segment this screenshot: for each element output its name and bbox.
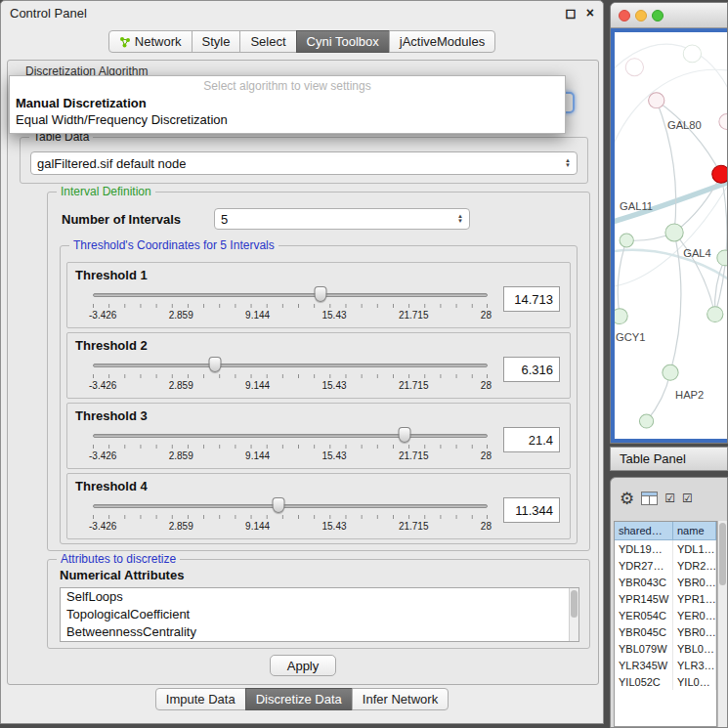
scale-label: 21.715 <box>399 521 429 532</box>
scrollbar-thumb[interactable] <box>571 590 578 618</box>
apply-button[interactable]: Apply <box>270 655 336 676</box>
threshold-1-panel: Threshold 1 -3.4262.8599.14415.4321.7152… <box>66 262 571 328</box>
mac-minimize-icon[interactable] <box>635 10 647 21</box>
tab-network[interactable]: Network <box>108 30 193 53</box>
tab-jactivemodules[interactable]: jActiveModules <box>389 30 495 53</box>
gear-icon[interactable]: ⚙ <box>620 489 634 509</box>
network-edge <box>670 233 681 372</box>
table-row[interactable]: YIL052CYIL0… <box>615 673 716 690</box>
tab-style[interactable]: Style <box>192 30 241 53</box>
table-row[interactable]: YPR145WYPR1… <box>615 590 716 607</box>
number-of-intervals-select[interactable]: 5 ▲▼ <box>214 208 470 230</box>
float-window-icon[interactable]: ◻ <box>565 5 577 21</box>
network-node[interactable] <box>712 165 727 183</box>
cp-content-panel: Discretization Algorithm Table Data galF… <box>7 60 599 685</box>
slider-thumb[interactable] <box>315 286 327 302</box>
network-node[interactable] <box>663 364 678 380</box>
mac-zoom-icon[interactable] <box>652 10 664 21</box>
threshold-4-slider[interactable]: -3.4262.8599.14415.4321.71528 <box>93 497 488 536</box>
popup-option-equal-width-frequency[interactable]: Equal Width/Frequency Discretization <box>10 111 565 128</box>
slider-track[interactable] <box>93 364 488 367</box>
scale-label: 2.859 <box>169 310 193 321</box>
list-item[interactable]: SelfLoops <box>61 588 578 606</box>
scale-label: 9.144 <box>245 450 270 461</box>
popup-option-manual-discretization[interactable]: Manual Discretization <box>10 95 565 111</box>
tab-cyni-toolbox[interactable]: Cyni Toolbox <box>296 30 390 53</box>
list-scrollbar[interactable] <box>569 588 578 641</box>
list-item[interactable]: BetweennessCentrality <box>61 623 578 641</box>
table-row[interactable]: YDR27…YDR2… <box>615 557 716 574</box>
scale-label: 28 <box>481 450 492 461</box>
scale-label: 28 <box>481 310 492 321</box>
list-item[interactable]: TopologicalCoefficient <box>61 606 578 623</box>
network-node[interactable] <box>620 234 633 247</box>
network-node[interactable] <box>649 93 664 108</box>
threshold-3-slider[interactable]: -3.4262.8599.14415.4321.71528 <box>93 427 488 466</box>
slider-track[interactable] <box>93 293 488 297</box>
window-title: Control Panel <box>10 6 555 21</box>
table-row[interactable]: YBR043CYBR0… <box>615 574 716 590</box>
network-node[interactable] <box>707 307 723 322</box>
slider-thumb[interactable] <box>209 357 222 372</box>
bottom-tab-impute-data[interactable]: Impute Data <box>155 688 246 710</box>
bottom-tab-infer-network[interactable]: Infer Network <box>352 688 449 710</box>
node-label: GAL80 <box>667 119 702 131</box>
numerical-attributes-list[interactable]: SelfLoopsTopologicalCoefficientBetweenne… <box>60 587 579 642</box>
tab-select[interactable]: Select <box>239 30 296 53</box>
mac-close-icon[interactable] <box>619 10 630 21</box>
table-row[interactable]: YLR345WYLR3… <box>615 657 716 673</box>
close-icon[interactable]: × <box>586 5 594 21</box>
threshold-value-field[interactable]: 6.316 <box>503 357 560 382</box>
threshold-1-slider[interactable]: -3.4262.8599.14415.4321.71528 <box>93 286 488 325</box>
thresholds-legend: Threshold's Coordinates for 5 Intervals <box>69 238 278 252</box>
select-all-checkbox-icon[interactable]: ☑ <box>664 492 675 505</box>
scale-label: 15.43 <box>322 380 347 391</box>
numerical-attributes-label: Numerical Attributes <box>60 568 184 582</box>
algorithm-popup-hint: Select algorithm to view settings <box>10 76 565 95</box>
threshold-2-slider[interactable]: -3.4262.8599.14415.4321.71528 <box>93 357 488 396</box>
threshold-value-field[interactable]: 21.4 <box>503 427 560 452</box>
table-row[interactable]: YBL079WYBL0… <box>615 640 716 657</box>
tab-label: Impute Data <box>166 692 236 707</box>
slider-track[interactable] <box>93 434 488 438</box>
network-edge <box>715 174 727 314</box>
node-table: shared…name YDL19…YDL1…YDR27…YDR2…YBR043… <box>614 521 717 727</box>
scale-label: 2.859 <box>169 521 193 532</box>
table-cell: YDL19… <box>615 540 673 557</box>
network-node[interactable] <box>639 414 653 428</box>
column-header[interactable]: name <box>673 522 716 540</box>
table-row[interactable]: YBR045CYBR0… <box>615 623 716 640</box>
network-node[interactable] <box>615 309 627 324</box>
node-label: HAP2 <box>675 389 704 401</box>
columns-icon[interactable] <box>641 492 658 505</box>
scrollbar-thumb[interactable] <box>719 523 726 585</box>
network-node[interactable] <box>665 224 683 241</box>
slider-thumb[interactable] <box>272 497 284 513</box>
bottom-tab-discretize-data[interactable]: Discretize Data <box>245 688 353 710</box>
table-cell: YDR27… <box>615 557 673 574</box>
scale-label: 9.144 <box>245 521 270 532</box>
threshold-2-panel: Threshold 2 -3.4262.8599.14415.4321.7152… <box>66 332 571 399</box>
node-label: GAL11 <box>620 200 653 212</box>
network-node[interactable] <box>717 250 727 266</box>
select-none-checkbox-icon[interactable]: ☑ <box>682 492 693 505</box>
attributes-group: Attributes to discretize Numerical Attri… <box>47 559 590 649</box>
scale-label: 28 <box>481 380 492 391</box>
table-scrollbar[interactable] <box>717 521 727 727</box>
slider-thumb[interactable] <box>399 427 411 443</box>
column-header[interactable]: shared… <box>615 522 673 540</box>
table-cell: YIL052C <box>615 673 673 690</box>
threshold-value-field[interactable]: 11.344 <box>503 497 560 523</box>
table-cell: YBL079W <box>615 640 673 657</box>
threshold-value-field[interactable]: 14.713 <box>503 286 560 312</box>
slider-ticks <box>93 445 488 449</box>
table-row[interactable]: YER054CYER0… <box>615 607 716 623</box>
cp-bottom-tab-bar: Impute DataDiscretize DataInfer Network <box>1 688 603 710</box>
table-data-select[interactable]: galFiltered.sif default node ▲▼ <box>30 151 578 175</box>
tab-label: Select <box>250 34 285 49</box>
slider-scale: -3.4262.8599.14415.4321.71528 <box>89 310 492 321</box>
slider-track[interactable] <box>93 504 488 508</box>
slider-ticks <box>93 374 488 378</box>
table-row[interactable]: YDL19…YDL1… <box>615 540 716 557</box>
network-canvas[interactable]: GAL80GAL11GAL4GCY1HAP2 <box>615 32 727 439</box>
